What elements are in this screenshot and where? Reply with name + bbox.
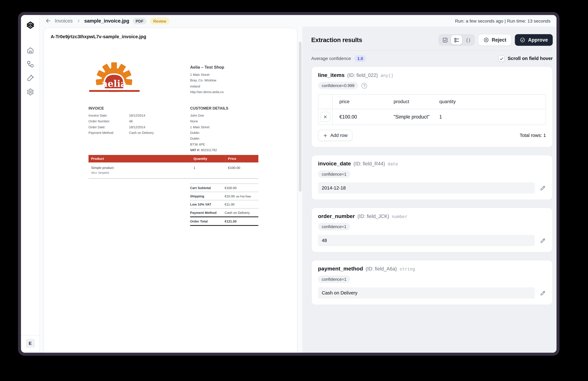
shop-logo-text: aelia [102, 78, 126, 89]
user-avatar[interactable]: E [26, 339, 35, 348]
field-name: order_number [318, 213, 355, 219]
breadcrumb: Invoices sample_invoice.jpg PDF Review [45, 18, 169, 24]
field-type: date [388, 161, 398, 167]
run-info: Run: a few seconds ago | Run time: 13 se… [455, 18, 550, 23]
confidence-pill: confidence=1 [318, 275, 350, 283]
sidebar-nav [26, 46, 34, 96]
settings-gear-icon[interactable] [26, 88, 34, 96]
sidebar-rail: E [21, 15, 40, 353]
invoice-info-label: Payment Method: [88, 130, 129, 136]
invoice-info-value: 18/12/2014 [129, 124, 145, 130]
sku-value: Simple01 [98, 171, 109, 175]
invoice-info-label: Order Date: [88, 124, 129, 130]
help-icon[interactable] [362, 83, 367, 88]
field-card-payment-method: payment_method (ID: field_A6a) string co… [311, 260, 553, 305]
shop-address-line: Ireland [190, 84, 224, 89]
form-view-icon[interactable] [451, 35, 462, 45]
line-items-col-price: price [332, 94, 387, 109]
field-id: (ID: field_R44) [354, 161, 385, 166]
confidence-pill: confidence=1 [318, 223, 350, 230]
field-name: payment_method [318, 266, 363, 272]
product-price: €100.00 [225, 162, 258, 170]
view-toggle: {} [439, 34, 475, 46]
document-filename: A-Tr0e9jrtzc3IhxpwL7v-sample_invoice.jpg [51, 34, 146, 39]
customer-line: Dublin [190, 130, 228, 136]
checkbox-checked-icon[interactable] [498, 55, 505, 62]
app-logo-icon [25, 20, 35, 30]
edit-pencil-icon[interactable] [540, 185, 546, 191]
invoice-info-label: Order Number: [88, 119, 129, 124]
field-id: (ID: field_022) [347, 72, 378, 78]
document-scrollbar[interactable] [299, 42, 301, 192]
document-page: A-Tr0e9jrtzc3IhxpwL7v-sample_invoice.jpg [43, 28, 297, 353]
field-value-order-number[interactable]: 48 [318, 235, 535, 246]
shop-details: Aelia – Test Shop 1 Main Street Bray, Co… [190, 65, 224, 95]
delete-row-button[interactable] [320, 112, 330, 122]
invoice-heading: INVOICE [88, 106, 179, 110]
circle-x-icon [483, 37, 489, 43]
topbar: Invoices sample_invoice.jpg PDF Review R… [40, 15, 557, 27]
sidebar-divider [21, 335, 39, 336]
shop-name: Aelia – Test Shop [190, 65, 224, 69]
workflow-icon[interactable] [26, 61, 34, 68]
product-name: Simple product [88, 162, 191, 170]
approve-button[interactable]: Approve [515, 34, 553, 46]
results-divider [311, 50, 553, 50]
plus-icon [323, 133, 328, 138]
document-pane: A-Tr0e9jrtzc3IhxpwL7v-sample_invoice.jpg [40, 27, 302, 353]
price-col-header: Price [225, 155, 258, 162]
shop-website: http://wc-demo.aelia.co [190, 89, 224, 95]
line-items-col-product: product [387, 94, 432, 109]
invoice-info-value: 48 [129, 119, 133, 124]
field-type: number [392, 214, 407, 219]
field-id: (ID: field_A6a) [366, 266, 397, 271]
edit-pencil-icon[interactable] [540, 237, 546, 244]
shipping-method-note: via Flat Rate [236, 195, 251, 198]
avg-confidence-badge: 1.0 [354, 55, 366, 62]
line-item-quantity[interactable]: 1 [433, 109, 546, 125]
line-item-price[interactable]: €100.00 [332, 109, 387, 125]
customer-details: CUSTOMER DETAILS John Doe None 1 Main St… [190, 106, 228, 153]
back-arrow-icon[interactable] [45, 18, 51, 24]
app-window: E Invoices [18, 12, 560, 356]
vat-value: 802311782 [201, 148, 217, 152]
product-quantity: 1 [191, 162, 225, 170]
customer-line: Dublin [190, 136, 228, 142]
quantity-col-header: Quantity [191, 155, 225, 162]
add-row-button[interactable]: Add row [318, 130, 352, 141]
scroll-on-hover-label: Scroll on field hover [508, 56, 553, 61]
invoice-info-label: Invoice Date: [88, 113, 129, 119]
field-name: line_items [318, 72, 344, 78]
product-col-header: Product [88, 155, 191, 162]
pdf-badge: PDF [132, 18, 147, 24]
edit-pencil-icon[interactable] [540, 290, 546, 296]
product-row: Simple product 1 €100.00 [88, 162, 258, 170]
line-items-row: €100.00 "Simple product" 1 [318, 109, 546, 125]
checklist-view-icon[interactable] [440, 35, 451, 45]
field-value-invoice-date[interactable]: 2014-12-18 [318, 182, 535, 194]
field-value-payment-method[interactable]: Cash on Delivery [318, 288, 535, 299]
field-name: invoice_date [318, 161, 351, 167]
line-item-product[interactable]: "Simple product" [387, 109, 432, 125]
breadcrumb-current: sample_invoice.jpg [84, 18, 129, 24]
confidence-pill: confidence=0.999 [318, 82, 358, 89]
test-tube-icon[interactable] [26, 74, 34, 82]
avg-confidence-label: Average confidence [311, 56, 351, 61]
invoice-info-value: 18/12/2014 [129, 113, 145, 119]
customer-line: 1 Main Street [190, 124, 228, 130]
sku-label: SKU: [91, 171, 97, 175]
json-view-icon[interactable]: {} [463, 35, 474, 45]
home-icon[interactable] [26, 46, 34, 54]
totals-row: Shipping€10.00via Flat Rate [190, 192, 258, 201]
total-rows-label: Total rows: 1 [520, 133, 546, 138]
customer-line: None [190, 119, 228, 124]
line-items-col-quantity: quantity [433, 94, 546, 109]
results-title: Extraction results [311, 37, 362, 44]
breadcrumb-parent[interactable]: Invoices [55, 18, 73, 24]
vat-label: VAT #: [190, 148, 200, 152]
scroll-on-hover-toggle[interactable]: Scroll on field hover [498, 55, 553, 62]
circle-check-icon [520, 37, 525, 43]
reject-button[interactable]: Reject [478, 34, 512, 46]
field-type: any[] [380, 73, 393, 78]
field-card-line-items: line_items (ID: field_022) any[] confide… [311, 66, 553, 147]
